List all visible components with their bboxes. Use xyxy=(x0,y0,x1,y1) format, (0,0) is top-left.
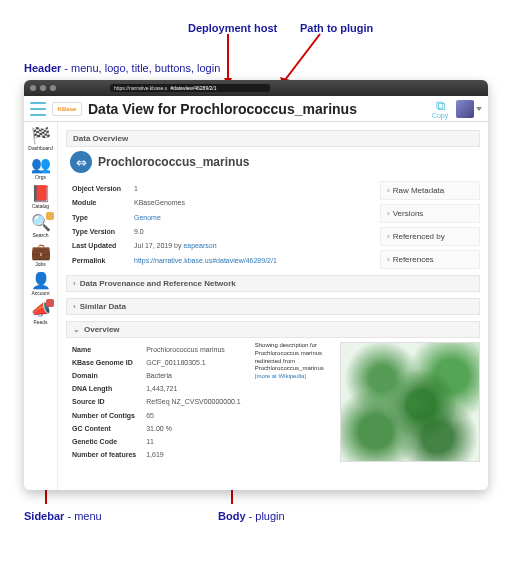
jobs-icon: 💼 xyxy=(31,244,51,260)
table-row: Permalinkhttps://narrative.kbase.us#data… xyxy=(68,255,372,267)
panel-overview[interactable]: ⌄Overview xyxy=(66,321,480,338)
wikipedia-desc: Showing description for Prochlorococcus … xyxy=(255,342,332,381)
table-row: GC Content31.00 % xyxy=(68,423,245,434)
sidebar-item-dashboard[interactable]: 🏁Dashboard xyxy=(24,128,57,151)
table-row: ModuleKBaseGenomes xyxy=(68,197,372,209)
sidebar-item-search[interactable]: 🔍Search xyxy=(24,215,57,238)
annot-sidebar: Sidebar - menu xyxy=(24,510,102,522)
orgs-icon: 👥 xyxy=(31,157,51,173)
annot-path-to-plugin: Path to plugin xyxy=(300,22,373,34)
table-row: KBase Genome IDGCF_001180305.1 xyxy=(68,357,245,368)
annot-body: Body - plugin xyxy=(218,510,285,522)
table-row: Genetic Code11 xyxy=(68,436,245,447)
sidebar-item-orgs[interactable]: 👥Orgs xyxy=(24,157,57,180)
chevron-right-icon: › xyxy=(73,302,76,311)
organism-image xyxy=(340,342,480,462)
meta-table: Object Version1 ModuleKBaseGenomes TypeG… xyxy=(66,181,374,269)
sidebar-item-catalog[interactable]: 📕Catalog xyxy=(24,186,57,209)
expand-raw-metadata[interactable]: ›Raw Metadata xyxy=(380,181,480,200)
app-header: KBase Data View for Prochlorococcus_mari… xyxy=(24,96,488,122)
overview-table: NameProchlorococcus marinus KBase Genome… xyxy=(66,342,247,462)
expand-references[interactable]: ›References xyxy=(380,250,480,269)
feeds-badge xyxy=(46,299,54,307)
menu-button[interactable] xyxy=(30,102,46,116)
table-row: TypeGenome xyxy=(68,212,372,224)
table-row: DomainBacteria xyxy=(68,370,245,381)
copy-button[interactable]: ⧉ Copy xyxy=(430,99,450,119)
expand-versions[interactable]: ›Versions xyxy=(380,204,480,223)
chevron-right-icon: › xyxy=(387,232,390,241)
browser-chrome-bar: https://narrative.kbase.u #dataview/4628… xyxy=(24,80,488,96)
chevron-right-icon: › xyxy=(387,186,390,195)
object-type-icon: ⇔ xyxy=(70,151,92,173)
sidebar-item-account[interactable]: 👤Account xyxy=(24,273,57,296)
chevron-right-icon: › xyxy=(387,255,390,264)
user-link[interactable]: eapearson xyxy=(183,242,216,249)
dashboard-icon: 🏁 xyxy=(31,128,51,144)
annot-deploy-host: Deployment host xyxy=(188,22,277,34)
annot-header: Header - menu, logo, title, buttons, log… xyxy=(24,62,220,74)
panel-provenance[interactable]: ›Data Provenance and Reference Network xyxy=(66,275,480,292)
account-icon: 👤 xyxy=(31,273,51,289)
avatar[interactable] xyxy=(456,100,474,118)
table-row: Object Version1 xyxy=(68,183,372,195)
wikipedia-link[interactable]: [more at Wikipedia] xyxy=(255,373,332,381)
catalog-icon: 📕 xyxy=(31,186,51,202)
logo-icon[interactable]: KBase xyxy=(52,102,82,116)
chevron-down-icon: ⌄ xyxy=(73,325,80,334)
sidebar-item-feeds[interactable]: 📣Feeds xyxy=(24,302,57,325)
browser-window: https://narrative.kbase.u #dataview/4628… xyxy=(24,80,488,490)
address-path: #dataview/46289/2/1 xyxy=(170,85,216,91)
table-row: Type Version9.0 xyxy=(68,226,372,238)
sidebar: 🏁Dashboard 👥Orgs 📕Catalog 🔍Search 💼Jobs … xyxy=(24,122,58,490)
sidebar-item-jobs[interactable]: 💼Jobs xyxy=(24,244,57,267)
table-row: Number of features1,619 xyxy=(68,449,245,460)
table-row: Source IDRefSeq NZ_CVSV00000000.1 xyxy=(68,396,245,407)
expand-referenced-by[interactable]: ›Referenced by xyxy=(380,227,480,246)
copy-icon: ⧉ xyxy=(436,99,445,112)
panel-similar-data[interactable]: ›Similar Data xyxy=(66,298,480,315)
table-row: DNA Length1,443,721 xyxy=(68,383,245,394)
table-row: Number of Contigs65 xyxy=(68,410,245,421)
address-bar[interactable]: https://narrative.kbase.u #dataview/4628… xyxy=(110,84,270,92)
type-link[interactable]: Genome xyxy=(134,214,161,221)
page-title: Data View for Prochlorococcus_marinus xyxy=(88,101,430,117)
table-row: NameProchlorococcus marinus xyxy=(68,344,245,355)
object-name: Prochlorococcus_marinus xyxy=(98,155,249,169)
permalink[interactable]: https://narrative.kbase.us#dataview/4628… xyxy=(134,257,277,264)
chevron-right-icon: › xyxy=(387,209,390,218)
avatar-menu-caret[interactable] xyxy=(476,107,482,111)
panel-data-overview[interactable]: Data Overview xyxy=(66,130,480,147)
search-badge xyxy=(46,212,54,220)
address-host: https://narrative.kbase.u xyxy=(114,85,167,91)
main-body: Data Overview ⇔ Prochlorococcus_marinus … xyxy=(58,122,488,490)
svg-line-2 xyxy=(285,34,320,80)
table-row: Last UpdatedJul 17, 2019 by eapearson xyxy=(68,240,372,252)
chevron-right-icon: › xyxy=(73,279,76,288)
